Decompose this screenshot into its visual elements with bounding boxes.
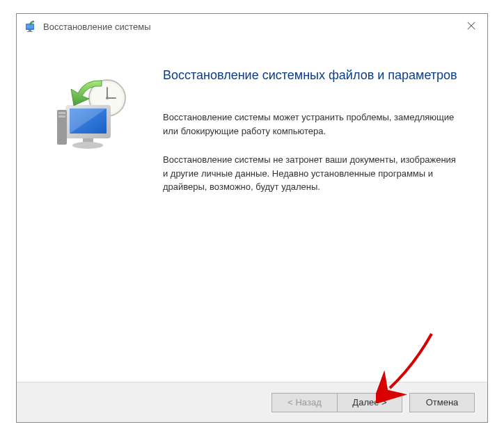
svg-rect-17 [58, 115, 65, 118]
window-title: Восстановление системы [43, 22, 151, 32]
svg-rect-2 [29, 30, 31, 31]
close-icon[interactable] [466, 21, 478, 32]
system-restore-icon [52, 74, 135, 157]
button-bar: < Назад Далее > Отмена [17, 382, 487, 422]
paragraph-1: Восстановление системы может устранить п… [163, 111, 459, 138]
nav-button-group: < Назад Далее > [271, 393, 402, 412]
svg-point-10 [106, 97, 109, 99]
titlebar: Восстановление системы [17, 14, 487, 39]
window-icon [24, 19, 38, 33]
svg-rect-1 [26, 24, 33, 29]
system-restore-window: Восстановление системы [16, 13, 488, 423]
right-panel: Восстановление системных файлов и параме… [149, 67, 466, 368]
paragraph-2: Восстановление системы не затронет ваши … [163, 153, 459, 194]
svg-point-14 [72, 142, 103, 149]
left-panel [38, 67, 149, 368]
back-button[interactable]: < Назад [271, 393, 337, 412]
svg-rect-15 [57, 110, 67, 145]
svg-rect-16 [58, 112, 65, 114]
page-heading: Восстановление системных файлов и параме… [163, 67, 459, 84]
svg-rect-3 [27, 31, 33, 32]
next-button[interactable]: Далее > [337, 393, 402, 412]
content-area: Восстановление системных файлов и параме… [17, 39, 487, 382]
cancel-button[interactable]: Отмена [409, 393, 475, 412]
